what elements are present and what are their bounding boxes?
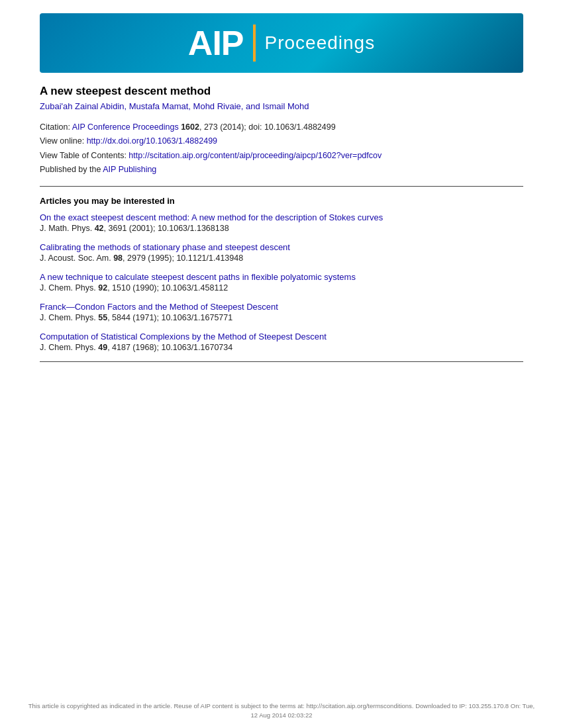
footer-note: This article is copyrighted as indicated… [0, 702, 563, 721]
related-cite-2: J. Acoust. Soc. Am. 98, 2979 (1995); 10.… [40, 253, 523, 263]
view-toc-line: View Table of Contents: http://scitation… [40, 149, 523, 163]
related-cite-3: J. Chem. Phys. 92, 1510 (1990); 10.1063/… [40, 283, 523, 293]
doi-link[interactable]: http://dx.doi.org/10.1063/1.4882499 [87, 136, 217, 146]
related-item-1: On the exact steepest descent method: A … [40, 212, 523, 233]
published-line: Published by the AIP Publishing [40, 163, 523, 177]
proceedings-label: Proceedings [265, 32, 376, 54]
header-banner-inner: AIP Proceedings [188, 23, 375, 63]
aip-divider-bar [253, 24, 256, 62]
related-item-4: Franck—Condon Factors and the Method of … [40, 302, 523, 322]
publisher-link[interactable]: AIP Publishing [103, 165, 156, 174]
citation-block: Citation: AIP Conference Proceedings 160… [40, 120, 523, 177]
related-item-5: Computation of Statistical Complexions b… [40, 332, 523, 352]
article-title: A new steepest descent method [40, 85, 523, 98]
related-link-4[interactable]: Franck—Condon Factors and the Method of … [40, 302, 523, 312]
citation-line: Citation: AIP Conference Proceedings 160… [40, 120, 523, 134]
published-label: Published by the [40, 165, 101, 174]
related-item-2: Calibrating the methods of stationary ph… [40, 242, 523, 263]
citation-volume: 1602, 273 (2014); doi: 10.1063/1.4882499 [181, 122, 336, 132]
aip-logo: AIP [188, 23, 244, 63]
related-link-2[interactable]: Calibrating the methods of stationary ph… [40, 242, 523, 252]
related-cite-1: J. Math. Phys. 42, 3691 (2001); 10.1063/… [40, 224, 523, 233]
article-authors: Zubai'ah Zainal Abidin, Mustafa Mamat, M… [40, 101, 523, 111]
related-link-5[interactable]: Computation of Statistical Complexions b… [40, 332, 523, 341]
author-3[interactable]: Mohd Rivaie [193, 101, 241, 111]
view-online-line: View online: http://dx.doi.org/10.1063/1… [40, 134, 523, 148]
related-link-3[interactable]: A new technique to calculate steepest de… [40, 272, 523, 282]
related-section-title: Articles you may be interested in [40, 196, 523, 206]
related-cite-4: J. Chem. Phys. 55, 5844 (1971); 10.1063/… [40, 313, 523, 322]
page-wrapper: AIP Proceedings A new steepest descent m… [0, 0, 563, 398]
view-toc-label: View Table of Contents: [40, 151, 127, 160]
bottom-divider [40, 361, 523, 362]
journal-link[interactable]: AIP Conference Proceedings [72, 122, 179, 132]
author-1[interactable]: Zubai'ah Zainal Abidin [40, 101, 125, 111]
view-online-label: View online: [40, 136, 84, 146]
top-divider [40, 186, 523, 187]
related-link-1[interactable]: On the exact steepest descent method: A … [40, 212, 523, 222]
toc-link[interactable]: http://scitation.aip.org/content/aip/pro… [128, 151, 382, 160]
header-banner: AIP Proceedings [40, 13, 523, 73]
related-item-3: A new technique to calculate steepest de… [40, 272, 523, 293]
author-4[interactable]: Ismail Mohd [262, 101, 309, 111]
citation-label: Citation: [40, 122, 70, 132]
author-2[interactable]: Mustafa Mamat [129, 101, 189, 111]
related-cite-5: J. Chem. Phys. 49, 4187 (1968); 10.1063/… [40, 343, 523, 352]
